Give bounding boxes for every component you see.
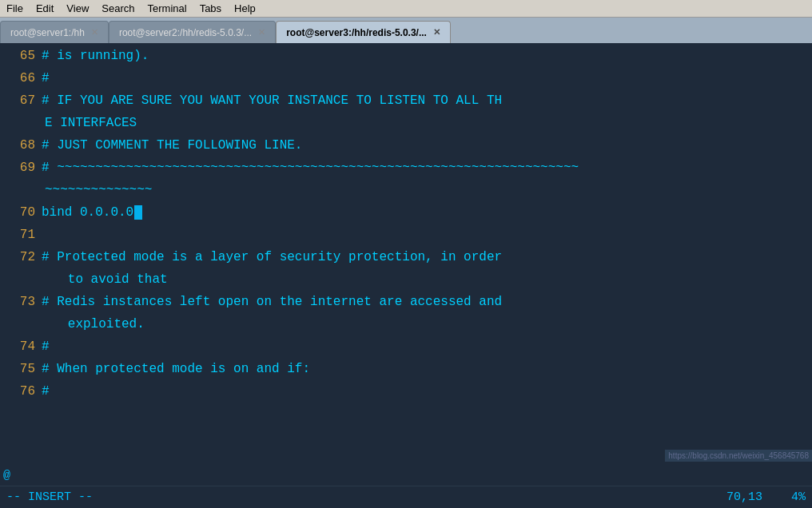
status-bar: -- INSERT -- 70,13 4%	[0, 486, 812, 508]
status-position: 70,13 4%	[726, 490, 806, 504]
tab-server2-label: root@server2:/hh/redis-5.0.3/...	[119, 27, 252, 38]
line-number-75: 75	[0, 359, 42, 380]
menu-terminal[interactable]: Terminal	[148, 2, 187, 14]
text-cursor	[134, 205, 142, 220]
line-content-69-cont: ~~~~~~~~~~~~~~	[45, 181, 812, 201]
status-mode: -- INSERT --	[6, 490, 93, 504]
tab-server1-close[interactable]: ✕	[91, 28, 98, 37]
line-number-69: 69	[0, 158, 42, 179]
tab-server1[interactable]: root@server1:/hh ✕	[0, 21, 109, 43]
code-line-69-cont: ~~~~~~~~~~~~~~	[0, 181, 812, 203]
code-line-68: 68 # JUST COMMENT THE FOLLOWING LINE.	[0, 136, 812, 158]
line-content-73-cont: exploited.	[45, 315, 812, 335]
line-number-65: 65	[0, 46, 42, 67]
menu-edit[interactable]: Edit	[36, 2, 54, 14]
line-content-68: # JUST COMMENT THE FOLLOWING LINE.	[42, 136, 812, 157]
code-line-67: 67 # IF YOU ARE SURE YOU WANT YOUR INSTA…	[0, 91, 812, 113]
line-number-74: 74	[0, 337, 42, 358]
line-content-74: #	[42, 337, 812, 358]
code-line-74: 74 #	[0, 337, 812, 359]
tab-server2[interactable]: root@server2:/hh/redis-5.0.3/... ✕	[109, 21, 276, 43]
tab-server3-close[interactable]: ✕	[433, 28, 440, 37]
line-number-72: 72	[0, 248, 42, 268]
menu-search[interactable]: Search	[102, 2, 134, 14]
terminal-window: File Edit View Search Terminal Tabs Help…	[0, 0, 812, 508]
line-content-76: #	[42, 382, 812, 403]
line-content-75: # When protected mode is on and if:	[42, 359, 812, 380]
line-number-76: 76	[0, 382, 42, 403]
code-line-76: 76 #	[0, 382, 812, 404]
code-line-65: 65 # is running).	[0, 46, 812, 69]
tab-server3-label: root@server3:/hh/redis-5.0.3/...	[286, 27, 427, 38]
menu-view[interactable]: View	[66, 2, 89, 14]
menu-help[interactable]: Help	[234, 2, 256, 14]
line-content-67: # IF YOU ARE SURE YOU WANT YOUR INSTANCE…	[42, 91, 812, 112]
watermark: https://blog.csdn.net/weixin_456845768	[665, 450, 812, 462]
line-content-72-cont: to avoid that	[45, 270, 812, 291]
code-line-67-cont: E INTERFACES	[0, 113, 812, 136]
code-line-73: 73 # Redis instances left open on the in…	[0, 292, 812, 315]
tab-bar: root@server1:/hh ✕ root@server2:/hh/redi…	[0, 18, 812, 43]
line-number-66: 66	[0, 69, 42, 89]
line-content-69: # ~~~~~~~~~~~~~~~~~~~~~~~~~~~~~~~~~~~~~~…	[42, 158, 812, 179]
code-line-66: 66 #	[0, 69, 812, 91]
code-line-72: 72 # Protected mode is a layer of securi…	[0, 248, 812, 270]
line-content-65: # is running).	[42, 46, 812, 67]
code-line-69: 69 # ~~~~~~~~~~~~~~~~~~~~~~~~~~~~~~~~~~~…	[0, 158, 812, 181]
line-number-67: 67	[0, 91, 42, 112]
code-line-73-cont: exploited.	[0, 315, 812, 337]
tab-server3[interactable]: root@server3:/hh/redis-5.0.3/... ✕	[276, 21, 451, 43]
line-content-67-cont: E INTERFACES	[45, 113, 812, 134]
line-number-70: 70	[0, 203, 42, 224]
line-content-73: # Redis instances left open on the inter…	[42, 292, 812, 313]
line-content-70[interactable]: bind 0.0.0.0	[42, 203, 812, 224]
menu-bar: File Edit View Search Terminal Tabs Help	[0, 0, 812, 18]
line-number-71: 71	[0, 225, 42, 246]
code-line-75: 75 # When protected mode is on and if:	[0, 359, 812, 382]
line-content-72: # Protected mode is a layer of security …	[42, 248, 812, 268]
menu-tabs[interactable]: Tabs	[200, 2, 221, 14]
code-line-70: 70 bind 0.0.0.0	[0, 203, 812, 225]
code-line-71: 71	[0, 225, 812, 248]
editor-area[interactable]: 65 # is running). 66 # 67 # IF YOU ARE S…	[0, 43, 812, 486]
tab-server2-close[interactable]: ✕	[258, 28, 265, 37]
line-content-66: #	[42, 69, 812, 89]
tab-server1-label: root@server1:/hh	[10, 27, 85, 38]
at-symbol: @	[3, 469, 10, 482]
code-line-72-cont: to avoid that	[0, 270, 812, 292]
line-number-73: 73	[0, 292, 42, 313]
line-number-68: 68	[0, 136, 42, 157]
menu-file[interactable]: File	[6, 2, 23, 14]
